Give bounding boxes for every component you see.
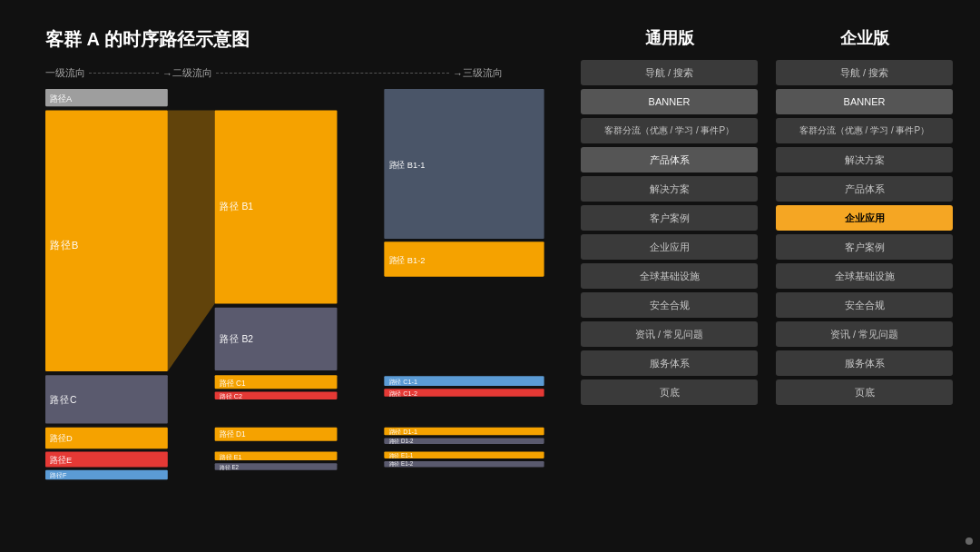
general-nav-item-2: 客群分流（优惠 / 学习 / 事件P） xyxy=(581,118,758,143)
svg-text:路径 B1-1: 路径 B1-1 xyxy=(389,160,426,170)
enterprise-nav-item-9: 资讯 / 常见问题 xyxy=(776,321,953,347)
general-version-column: 通用版 导航 / 搜索 BANNER 客群分流（优惠 / 学习 / 事件P） 产… xyxy=(581,27,758,534)
corner-dot xyxy=(965,537,973,545)
svg-text:路径A: 路径A xyxy=(50,94,73,104)
svg-text:路径 E1: 路径 E1 xyxy=(220,453,242,461)
general-nav-item-5: 客户案例 xyxy=(581,205,758,231)
enterprise-version-title: 企业版 xyxy=(776,27,953,49)
enterprise-nav-item-8: 安全合规 xyxy=(776,292,953,318)
svg-text:路径 E2: 路径 E2 xyxy=(220,464,240,470)
general-nav-item-4: 解决方案 xyxy=(581,176,758,202)
enterprise-nav-item-6: 客户案例 xyxy=(776,234,953,260)
sankey-area: 路径A 路径B 路径C 路径D 路径E 路径F 路径 B1 xyxy=(45,89,554,534)
general-nav-list: 导航 / 搜索 BANNER 客群分流（优惠 / 学习 / 事件P） 产品体系 … xyxy=(581,60,758,534)
svg-text:路径 B1: 路径 B1 xyxy=(220,201,253,212)
svg-text:路径 D1-2: 路径 D1-2 xyxy=(389,438,415,444)
svg-text:路径 C2: 路径 C2 xyxy=(220,392,242,400)
svg-text:路径 D1-1: 路径 D1-1 xyxy=(389,428,418,436)
left-section: 客群 A 的时序路径示意图 一级流向 → 二级流向 → 三级流向 路径A xyxy=(45,27,554,534)
enterprise-nav-item-3: 解决方案 xyxy=(776,147,953,172)
right-section: 通用版 导航 / 搜索 BANNER 客群分流（优惠 / 学习 / 事件P） 产… xyxy=(572,27,953,534)
general-nav-item-3: 产品体系 xyxy=(581,147,758,172)
main-container: 客群 A 的时序路径示意图 一级流向 → 二级流向 → 三级流向 路径A xyxy=(0,0,980,552)
svg-text:路径B: 路径B xyxy=(50,240,79,251)
general-nav-item-1: BANNER xyxy=(581,89,758,114)
general-nav-item-9: 资讯 / 常见问题 xyxy=(581,321,758,347)
svg-text:路径 E1-1: 路径 E1-1 xyxy=(389,452,414,458)
enterprise-nav-item-11: 页底 xyxy=(776,380,953,405)
general-nav-item-7: 全球基础设施 xyxy=(581,263,758,289)
enterprise-nav-list: 导航 / 搜索 BANNER 客群分流（优惠 / 学习 / 事件P） 解决方案 … xyxy=(776,60,953,534)
svg-text:路径C: 路径C xyxy=(50,394,77,405)
svg-text:路径E: 路径E xyxy=(50,455,72,465)
svg-text:路径 C1: 路径 C1 xyxy=(220,379,246,388)
enterprise-version-column: 企业版 导航 / 搜索 BANNER 客群分流（优惠 / 学习 / 事件P） 解… xyxy=(776,27,953,534)
sankey-diagram: 路径A 路径B 路径C 路径D 路径E 路径F 路径 B1 xyxy=(45,89,554,534)
general-nav-item-6: 企业应用 xyxy=(581,234,758,260)
level2-label: 二级流向 → xyxy=(172,66,463,80)
flow-labels: 一级流向 → 二级流向 → 三级流向 xyxy=(45,66,554,80)
enterprise-nav-item-10: 服务体系 xyxy=(776,350,953,376)
level3-label: 三级流向 xyxy=(463,66,554,80)
svg-text:路径 E1-2: 路径 E1-2 xyxy=(389,460,414,467)
enterprise-nav-item-7: 全球基础设施 xyxy=(776,263,953,289)
enterprise-nav-item-1: BANNER xyxy=(776,89,953,114)
general-nav-item-10: 服务体系 xyxy=(581,350,758,376)
level1-label: 一级流向 → xyxy=(45,66,172,80)
general-nav-item-8: 安全合规 xyxy=(581,292,758,318)
general-nav-item-0: 导航 / 搜索 xyxy=(581,60,758,85)
svg-text:路径 B2: 路径 B2 xyxy=(220,333,253,344)
enterprise-nav-item-2: 客群分流（优惠 / 学习 / 事件P） xyxy=(776,118,953,143)
svg-text:路径 B1-2: 路径 B1-2 xyxy=(389,255,426,265)
svg-text:路径 C1-2: 路径 C1-2 xyxy=(389,389,418,398)
enterprise-nav-item-0: 导航 / 搜索 xyxy=(776,60,953,85)
general-version-title: 通用版 xyxy=(581,27,758,49)
enterprise-nav-item-4: 产品体系 xyxy=(776,176,953,202)
svg-text:路径F: 路径F xyxy=(50,471,67,479)
svg-text:路径D: 路径D xyxy=(50,433,73,443)
svg-text:路径 C1-1: 路径 C1-1 xyxy=(389,378,418,386)
chart-title: 客群 A 的时序路径示意图 xyxy=(45,27,554,52)
general-nav-item-11: 页底 xyxy=(581,380,758,405)
enterprise-nav-item-5: 企业应用 xyxy=(776,205,953,231)
svg-text:路径 D1: 路径 D1 xyxy=(220,429,246,439)
